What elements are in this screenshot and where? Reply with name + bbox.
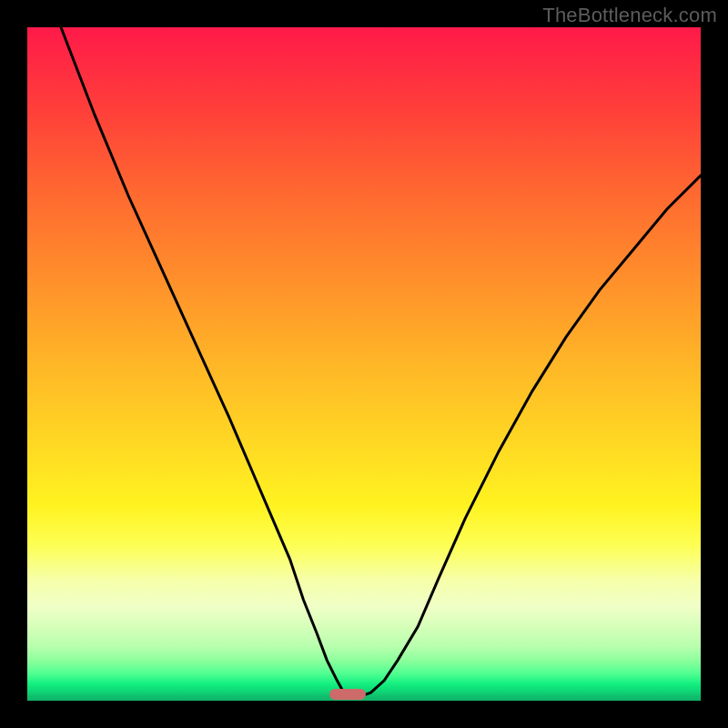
chart-frame: TheBottleneck.com bbox=[0, 0, 728, 728]
curve-path bbox=[61, 27, 701, 697]
watermark-text: TheBottleneck.com bbox=[542, 4, 717, 27]
plot-area bbox=[27, 27, 701, 701]
curve-svg bbox=[27, 27, 701, 701]
minimum-marker bbox=[329, 689, 366, 700]
